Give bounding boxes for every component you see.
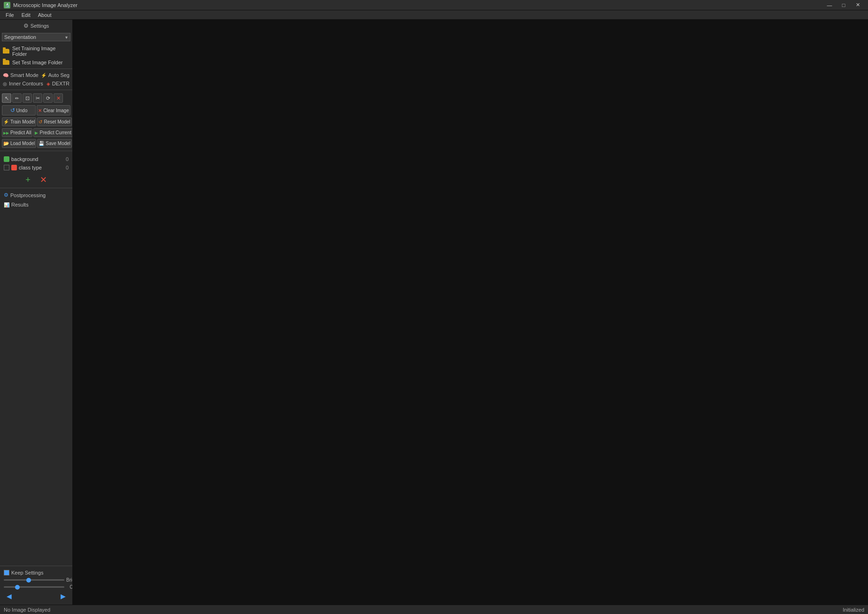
results-button[interactable]: Results	[0, 200, 72, 209]
crop-tool-button[interactable]	[23, 93, 32, 103]
load-icon	[3, 141, 9, 146]
app-icon: 🔬	[4, 2, 10, 8]
dextr-icon	[46, 81, 50, 86]
class-color-background	[4, 156, 9, 162]
save-icon	[39, 141, 44, 146]
predict-row: Predict All Predict Current	[0, 127, 72, 138]
save-model-button[interactable]: Save Model	[37, 139, 72, 148]
menu-about[interactable]: About	[34, 10, 55, 20]
clear-icon	[38, 108, 42, 113]
remove-class-button[interactable]: ✕	[40, 176, 47, 184]
contrast-label: Contrast	[66, 584, 73, 590]
class-checkbox-classtype	[4, 165, 9, 170]
predict-all-button[interactable]: Predict All	[2, 128, 32, 137]
undo-clear-row: Undo Clear Image	[0, 104, 72, 116]
test-folder-label: Set Test Image Folder	[12, 60, 62, 65]
title-bar: 🔬 Microscopic Image Analyzer — □ ✕	[0, 0, 868, 10]
cursor-icon	[5, 95, 9, 101]
smart-mode-label: Smart Mode	[3, 72, 39, 78]
scissors-tool-button[interactable]: ✂	[33, 93, 42, 103]
cursor-tool-button[interactable]	[2, 93, 11, 103]
predict-current-button[interactable]: Predict Current	[33, 128, 72, 137]
brush-tool-button[interactable]: ⟳	[43, 93, 53, 103]
undo-button[interactable]: Undo	[2, 105, 36, 115]
add-class-button[interactable]: +	[25, 176, 31, 184]
brightness-row: Brightness	[2, 576, 70, 583]
pencil-tool-button[interactable]	[12, 93, 22, 103]
segmentation-dropdown-row: Segmentation Classification Detection	[0, 32, 72, 42]
clear-image-button[interactable]: Clear Image	[37, 105, 70, 115]
smart-mode-row: Smart Mode Auto Seg	[0, 71, 72, 79]
contrast-row: Contrast	[2, 583, 70, 591]
brightness-slider[interactable]	[4, 579, 64, 581]
menu-file[interactable]: File	[2, 10, 18, 20]
predict-current-icon	[35, 130, 38, 135]
class-color-classtype	[11, 165, 17, 170]
reset-model-button[interactable]: Reset Model	[37, 117, 71, 126]
train-reset-row: Train Model Reset Model	[0, 116, 72, 127]
nav-row: ◀ ▶	[2, 591, 70, 602]
segmentation-dropdown[interactable]: Segmentation Classification Detection	[2, 33, 70, 41]
postprocessing-button[interactable]: Postprocessing	[0, 190, 72, 200]
nav-next-button[interactable]: ▶	[61, 592, 66, 600]
smartmode-icon	[3, 72, 8, 78]
image-canvas-area[interactable]	[73, 20, 868, 605]
postproc-icon	[4, 192, 8, 198]
predict-all-icon	[3, 130, 9, 135]
divider-1	[0, 69, 72, 69]
load-model-button[interactable]: Load Model	[2, 139, 36, 148]
class-name-background: background	[11, 156, 64, 162]
pencil-icon	[15, 95, 19, 101]
brush-icon: ⟳	[46, 95, 50, 101]
settings-label: Settings	[31, 23, 49, 29]
divider-2	[0, 90, 72, 90]
contrast-slider[interactable]	[4, 586, 64, 588]
load-save-row: Load Model Save Model	[0, 138, 72, 149]
brightness-label: Brightness	[66, 577, 73, 583]
settings-header: ⚙ Settings	[0, 20, 72, 32]
folder-icon-training	[3, 49, 9, 54]
status-bar: No Image Displayed Initialized	[0, 605, 868, 614]
maximize-button[interactable]: □	[837, 1, 850, 9]
reset-icon	[39, 119, 42, 124]
nav-prev-button[interactable]: ◀	[7, 592, 12, 600]
crop-icon	[25, 95, 30, 101]
train-icon	[3, 119, 9, 124]
class-list: background 0 class type 0	[0, 153, 72, 174]
folder-icon-test	[3, 60, 9, 65]
status-right: Initialized	[843, 607, 864, 613]
title-bar-title: Microscopic Image Analyzer	[13, 2, 78, 8]
eraser-icon: ✕	[56, 95, 61, 101]
minimize-button[interactable]: —	[823, 1, 836, 9]
inner-contours-row: Inner Contours DEXTR	[0, 79, 72, 88]
menu-edit[interactable]: Edit	[18, 10, 34, 20]
set-test-folder-button[interactable]: Set Test Image Folder	[0, 58, 72, 67]
sidebar: ⚙ Settings Segmentation Classification D…	[0, 20, 73, 605]
title-bar-left: 🔬 Microscopic Image Analyzer	[4, 2, 78, 8]
tools-row: ✂ ⟳ ✕	[0, 92, 72, 104]
keep-settings-row: Keep Settings	[2, 569, 70, 576]
inner-contours-label: Inner Contours	[3, 81, 43, 86]
sidebar-spacer	[0, 209, 72, 566]
title-bar-controls: — □ ✕	[823, 1, 864, 9]
innercontours-icon	[3, 81, 7, 86]
menu-bar: File Edit About	[0, 10, 868, 20]
status-left: No Image Displayed	[4, 607, 50, 613]
gear-icon: ⚙	[23, 23, 29, 29]
close-button[interactable]: ✕	[851, 1, 864, 9]
eraser-tool-button[interactable]: ✕	[54, 93, 63, 103]
training-folder-label: Set Training Image Folder	[12, 46, 70, 57]
class-count-background: 0	[66, 156, 69, 162]
undo-icon	[10, 107, 15, 114]
main-layout: ⚙ Settings Segmentation Classification D…	[0, 20, 868, 605]
divider-4	[0, 188, 72, 188]
add-remove-row: + ✕	[0, 174, 72, 186]
autoseg-icon	[41, 72, 46, 78]
class-name-classtype: class type	[19, 165, 64, 170]
keep-settings-checkbox[interactable]	[4, 570, 9, 576]
class-item-background[interactable]: background 0	[2, 155, 70, 163]
sidebar-bottom: Keep Settings Brightness Contrast ◀ ▶	[0, 566, 72, 605]
train-model-button[interactable]: Train Model	[2, 117, 36, 126]
set-training-folder-button[interactable]: Set Training Image Folder	[0, 44, 72, 58]
class-item-classtype[interactable]: class type 0	[2, 163, 70, 172]
